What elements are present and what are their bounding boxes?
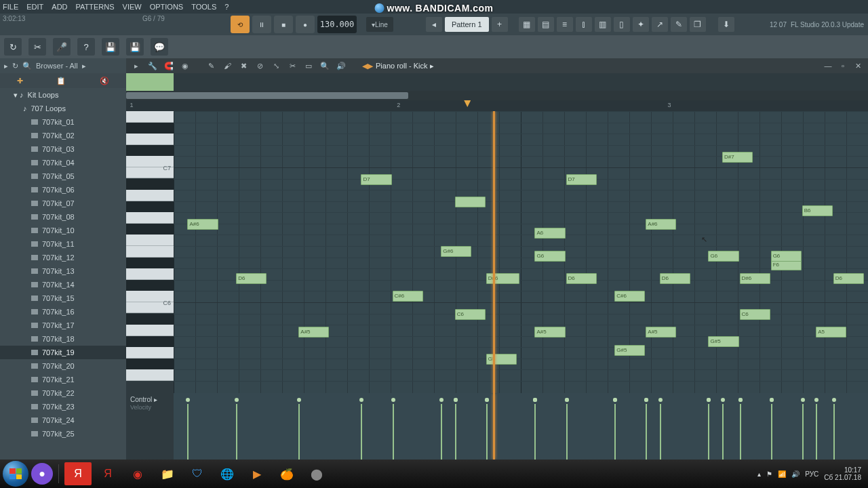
chrome-icon[interactable]: 🌐 <box>214 462 241 485</box>
velocity-bar[interactable] <box>534 404 536 460</box>
midi-note[interactable]: D6 <box>660 273 690 284</box>
record-button[interactable]: ● <box>296 16 315 33</box>
browser-item[interactable]: 707kit_06 <box>0 183 126 197</box>
maximize-panel-icon[interactable]: ▫ <box>837 60 849 71</box>
media-player-icon[interactable]: ▶ <box>243 462 271 485</box>
yandex-icon[interactable]: Я <box>64 462 92 485</box>
stop-button[interactable]: ■ <box>274 16 293 33</box>
undo-button[interactable]: ↻ <box>4 38 22 56</box>
midi-note[interactable]: D6 <box>236 273 267 284</box>
midi-note[interactable]: D7 <box>361 174 391 185</box>
overview-strip[interactable] <box>126 73 868 91</box>
velocity-bar[interactable] <box>646 404 647 460</box>
folder-kit-loops[interactable]: ▾ ♪Kit Loops <box>0 88 126 102</box>
tray-flag-icon[interactable]: ⚑ <box>766 470 772 478</box>
midi-note[interactable]: A#5 <box>534 327 565 338</box>
browser-item[interactable]: 707kit_14 <box>0 278 126 291</box>
velocity-bar[interactable] <box>566 404 568 460</box>
tray-lang[interactable]: РУС <box>805 470 818 478</box>
browser-copy-icon[interactable]: 📋 <box>56 77 66 85</box>
midi-note[interactable]: A#5 <box>298 327 329 338</box>
menu-edit[interactable]: EDIT <box>26 3 43 11</box>
tray-clock[interactable]: 10:17Сб 21.07.18 <box>824 466 861 481</box>
cut-tool-button[interactable]: ✂ <box>28 38 46 56</box>
explorer-icon[interactable]: 📁 <box>154 462 181 485</box>
slice-tool-icon[interactable]: ✂ <box>286 60 298 71</box>
browser-item[interactable]: 707kit_19 <box>0 346 126 359</box>
browser-item[interactable]: 707kit_12 <box>0 251 126 264</box>
midi-note[interactable]: G#5 <box>708 336 738 347</box>
browser-item[interactable]: 707kit_22 <box>0 386 126 400</box>
midi-note[interactable]: G5 <box>486 354 517 365</box>
yandex-browser-icon[interactable]: Я <box>94 462 121 485</box>
view-button-3[interactable]: ↗ <box>652 17 668 32</box>
velocity-bar[interactable] <box>455 404 456 460</box>
help-button[interactable]: ? <box>77 38 95 56</box>
midi-note[interactable]: C#6 <box>614 291 645 302</box>
midi-note[interactable]: A#6 <box>646 219 676 230</box>
midi-note[interactable]: A#5 <box>646 327 676 338</box>
piano-keys[interactable]: C7C6 <box>126 111 174 393</box>
midi-note[interactable]: D7 <box>566 174 597 185</box>
panel-title[interactable]: Piano roll - Kick <box>376 62 427 70</box>
record-app-icon[interactable]: ◉ <box>124 462 151 485</box>
download-button[interactable]: ⬇ <box>718 17 734 32</box>
browser-item[interactable]: 707kit_20 <box>0 359 126 373</box>
tray-network-icon[interactable]: 📶 <box>778 470 786 478</box>
magnet-icon[interactable]: 🧲 <box>163 60 175 71</box>
velocity-bar[interactable] <box>771 404 772 460</box>
snap-selector[interactable]: ▾ Line <box>366 17 393 32</box>
browser-tree[interactable]: ▾ ♪Kit Loops ♪707 Loops 707kit_01707kit_… <box>0 88 126 460</box>
comment-button[interactable]: 💬 <box>151 38 168 56</box>
timeline-ruler[interactable]: 1 2 3 <box>126 100 868 111</box>
cortana-icon[interactable]: ● <box>31 463 53 485</box>
midi-note[interactable]: D#6 <box>486 273 519 284</box>
velocity-bar[interactable] <box>816 404 817 460</box>
view-button-2[interactable]: ✦ <box>633 17 649 32</box>
view-button-5[interactable]: ❐ <box>690 17 706 32</box>
search-icon[interactable]: 🔍 <box>22 62 32 70</box>
browser-item[interactable]: 707kit_10 <box>0 224 126 237</box>
browser-item[interactable]: 707kit_21 <box>0 373 126 386</box>
midi-note[interactable]: G#5 <box>614 345 645 356</box>
browser-mute-icon[interactable]: 🔇 <box>100 77 109 85</box>
menu-help[interactable]: ? <box>224 3 229 11</box>
browser-item[interactable]: 707kit_16 <box>0 305 126 319</box>
shield-app-icon[interactable]: 🛡 <box>184 462 211 485</box>
tray-volume-icon[interactable]: 🔊 <box>791 470 800 478</box>
velocity-bar[interactable] <box>614 404 616 460</box>
velocity-bar[interactable] <box>660 404 661 460</box>
browser-item[interactable]: 707kit_18 <box>0 332 126 346</box>
collapse-icon[interactable]: ▸ <box>4 62 8 70</box>
browser-button[interactable]: ▥ <box>595 17 611 32</box>
slip-tool-icon[interactable]: ⤡ <box>270 60 282 71</box>
menu-patterns[interactable]: PATTERNS <box>76 3 115 11</box>
midi-note[interactable]: D#6 <box>740 273 770 284</box>
control-mode[interactable]: Velocity <box>130 404 151 411</box>
browser-item[interactable]: 707kit_24 <box>0 413 126 427</box>
playback-tool-icon[interactable]: 🔊 <box>335 60 347 71</box>
menu-add[interactable]: ADD <box>52 3 67 11</box>
velocity-bar[interactable] <box>361 404 362 460</box>
browser-item[interactable]: 707kit_04 <box>0 156 126 169</box>
menu-file[interactable]: FILE <box>3 3 18 11</box>
select-tool-icon[interactable]: ▭ <box>302 60 315 71</box>
add-pattern-button[interactable]: + <box>492 17 508 32</box>
menu-options[interactable]: OPTIONS <box>150 3 184 11</box>
velocity-bar[interactable] <box>708 404 709 460</box>
velocity-bar[interactable] <box>187 404 189 460</box>
browser-item[interactable]: 707kit_13 <box>0 264 126 278</box>
tempo-display[interactable]: 130.000 <box>317 16 357 33</box>
browser-item[interactable]: 707kit_08 <box>0 210 126 224</box>
mute-tool-icon[interactable]: ⊘ <box>254 60 266 71</box>
midi-note[interactable]: D6 <box>833 273 864 284</box>
velocity-bar[interactable] <box>802 404 804 460</box>
channel-rack-button[interactable]: ≡ <box>557 17 573 32</box>
velocity-bar[interactable] <box>393 404 394 460</box>
midi-note[interactable]: G6 <box>534 251 565 262</box>
browser-item[interactable]: 707kit_03 <box>0 142 126 156</box>
fl-studio-icon[interactable]: 🍊 <box>273 462 300 485</box>
velocity-bar[interactable] <box>486 404 488 460</box>
browser-item[interactable]: 707kit_05 <box>0 169 126 183</box>
piano-roll-button[interactable]: ▤ <box>538 17 554 32</box>
